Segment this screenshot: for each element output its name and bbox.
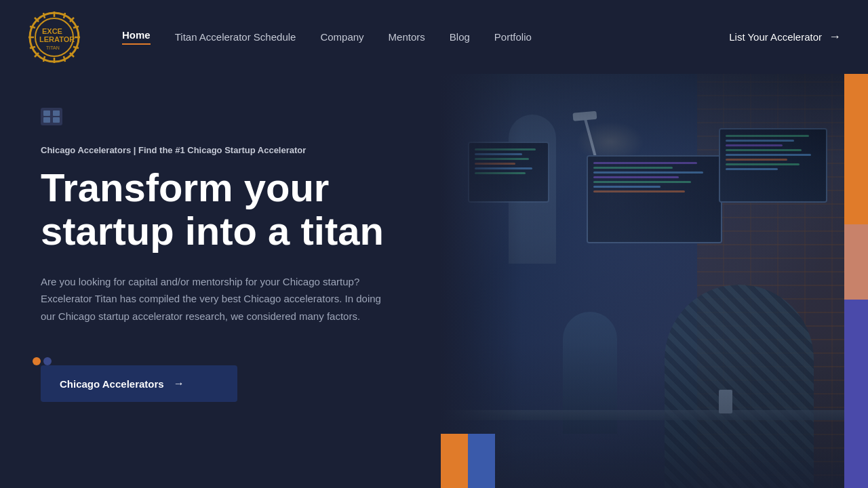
nav-list-accelerator-button[interactable]: List Your Accelerator → xyxy=(729,30,841,44)
svg-text:TITAN: TITAN xyxy=(46,45,60,50)
accent-bar-purple xyxy=(844,300,868,488)
svg-line-12 xyxy=(30,26,35,28)
bottom-accent-orange xyxy=(441,434,468,488)
nav-portfolio[interactable]: Portfolio xyxy=(494,31,532,43)
header: EXCE LERATOR TITAN Home Titan Accelerato… xyxy=(0,0,868,74)
nav-blog[interactable]: Blog xyxy=(450,31,470,43)
hero-image-panel xyxy=(441,74,868,488)
nav-mentors[interactable]: Mentors xyxy=(389,31,425,43)
svg-text:LERATOR: LERATOR xyxy=(39,35,75,43)
dot-orange xyxy=(33,357,41,365)
svg-line-13 xyxy=(73,47,79,48)
image-left-fade xyxy=(441,74,522,488)
svg-line-15 xyxy=(43,56,45,62)
hero-left-panel: Chicago Accelerators | Find the #1 Chica… xyxy=(0,74,441,488)
svg-rect-23 xyxy=(43,117,50,123)
nav-cta-label: List Your Accelerator xyxy=(729,31,822,43)
main-content: Chicago Accelerators | Find the #1 Chica… xyxy=(0,74,868,488)
chicago-accelerators-button[interactable]: Chicago Accelerators → xyxy=(41,365,237,402)
svg-rect-22 xyxy=(53,110,60,116)
cta-accent-dots xyxy=(33,357,52,376)
accent-bars xyxy=(844,74,868,488)
hero-subtitle: Chicago Accelerators | Find the #1 Chica… xyxy=(41,144,414,157)
nav-titan-schedule[interactable]: Titan Accelerator Schedule xyxy=(175,31,296,43)
svg-line-14 xyxy=(64,13,65,18)
accent-bar-salmon xyxy=(844,224,868,300)
nav-cta-arrow-icon: → xyxy=(829,30,841,44)
image-bottom-fade xyxy=(441,447,868,488)
dot-empty2 xyxy=(43,368,52,376)
svg-line-11 xyxy=(64,56,65,62)
logo-icon: EXCE LERATOR TITAN xyxy=(27,10,81,64)
hero-description: Are you looking for capital and/or mento… xyxy=(41,273,393,325)
office-image xyxy=(441,74,868,488)
bottom-accent-blue xyxy=(468,434,495,488)
dot-empty1 xyxy=(33,368,41,376)
main-nav: Home Titan Accelerator Schedule Company … xyxy=(122,29,841,45)
breadcrumb-icon xyxy=(41,108,62,125)
hero-heading: Transform your startup into a titan xyxy=(41,166,414,253)
nav-company[interactable]: Company xyxy=(320,31,363,43)
dot-blue xyxy=(43,357,52,365)
svg-text:EXCE: EXCE xyxy=(42,27,62,35)
bottom-accent xyxy=(441,434,495,488)
svg-rect-24 xyxy=(53,117,60,123)
nav-home[interactable]: Home xyxy=(122,29,151,45)
logo-link[interactable]: EXCE LERATOR TITAN xyxy=(27,10,81,64)
cta-button-wrapper: Chicago Accelerators → xyxy=(41,365,414,402)
svg-line-17 xyxy=(30,47,35,48)
svg-line-16 xyxy=(73,26,79,28)
cta-button-arrow-icon: → xyxy=(174,378,184,390)
accent-bar-orange xyxy=(844,74,868,224)
svg-line-10 xyxy=(43,13,45,18)
svg-rect-21 xyxy=(43,110,50,116)
cta-button-label: Chicago Accelerators xyxy=(60,378,164,390)
